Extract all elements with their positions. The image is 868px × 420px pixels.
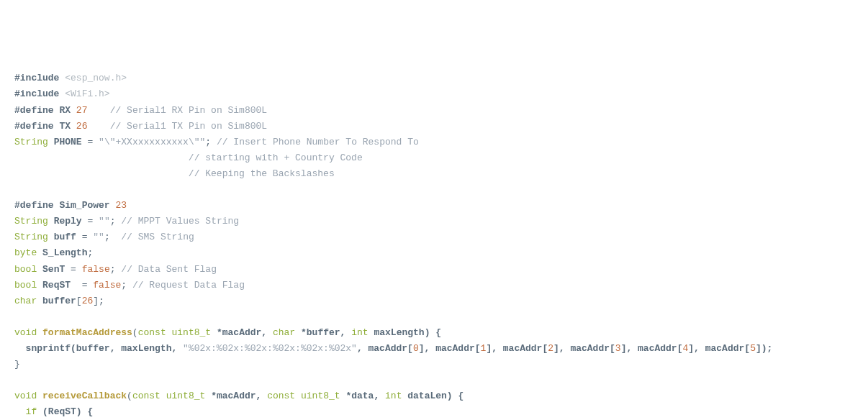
punct: ; (121, 280, 127, 291)
code-line: void formatMacAddress(const uint8_t *mac… (14, 327, 441, 338)
code-line: String buff = ""; // SMS String (14, 232, 194, 242)
boolean: false (82, 264, 110, 275)
code-line: #include <esp_now.h> (14, 73, 127, 83)
number: 5 (750, 343, 756, 354)
identifier: ReqST (42, 280, 71, 291)
code-line: bool ReqST = false; // Request Data Flag (14, 280, 245, 291)
macro-name: RX (59, 105, 71, 116)
identifier: Reply (54, 216, 82, 227)
type: bool (14, 264, 37, 275)
text: , macAddr[ (357, 343, 413, 354)
code-line: String Reply = ""; // MPPT Values String (14, 216, 239, 227)
punct: [ (76, 296, 82, 306)
code-line: char buffer[26]; (14, 296, 104, 306)
code-line: String PHONE = "\"+XXxxxxxxxxxx\""; // I… (14, 137, 419, 147)
code-line: if (ReqST) { (14, 406, 93, 417)
type: uint8_t (166, 391, 206, 401)
code-line: bool SenT = false; // Data Sent Flag (14, 264, 217, 275)
type: uint8_t (301, 391, 340, 401)
keyword: if (26, 406, 37, 417)
op: = (87, 216, 93, 227)
code-line: // starting with + Country Code (14, 152, 363, 163)
code-line: #define RX 27 // Serial1 RX Pin on Sim80… (14, 105, 267, 116)
keyword: const (132, 391, 161, 401)
identifier: PHONE (54, 137, 82, 147)
keyword: const (267, 391, 295, 401)
param: maxLength) { (374, 327, 441, 338)
type: char (14, 296, 37, 306)
punct: ; (110, 216, 116, 227)
type: bool (14, 280, 37, 291)
brace: } (14, 359, 20, 370)
preproc: #include (14, 73, 59, 83)
type: char (273, 327, 295, 338)
blank-line (14, 184, 20, 195)
type: void (14, 327, 37, 338)
op: = (82, 280, 88, 291)
op: = (82, 232, 88, 242)
type: int (351, 327, 368, 338)
code-line: snprintf(buffer, maxLength, "%02x:%02x:%… (14, 343, 772, 354)
code-line: // Keeping the Backslashes (14, 168, 335, 179)
text: ], macAddr[ (419, 343, 481, 354)
comment: // Keeping the Backslashes (189, 168, 335, 179)
code-line: byte S_Length; (14, 247, 93, 258)
number: 2 (548, 343, 553, 354)
type: byte (14, 247, 37, 258)
identifier: SenT (42, 264, 65, 275)
comment: // Serial1 RX Pin on Sim800L (110, 105, 267, 116)
punct: ( (132, 327, 138, 338)
punct: ; (110, 264, 116, 275)
comment: // Insert Phone Number To Respond To (217, 137, 419, 147)
code-line: } (14, 359, 20, 370)
type: void (14, 391, 37, 401)
string: "\"+XXxxxxxxxxxx\"" (99, 137, 205, 147)
type: uint8_t (172, 327, 212, 338)
type: String (14, 216, 48, 227)
text: ], macAddr[ (688, 343, 750, 354)
identifier: S_Length (42, 247, 87, 258)
param: dataLen) { (407, 391, 464, 401)
number: 26 (82, 296, 94, 306)
blank-line (14, 375, 20, 385)
string: "" (99, 216, 110, 227)
include-path: <WiFi.h> (65, 88, 109, 99)
string: "" (93, 232, 104, 242)
comment: // MPPT Values String (121, 216, 239, 227)
type: String (14, 137, 48, 147)
code-line: #define Sim_Power 23 (14, 200, 127, 211)
param: *macAddr, (211, 391, 261, 401)
code-line: #include <WiFi.h> (14, 88, 110, 99)
param: *buffer, (301, 327, 345, 338)
text: ], macAddr[ (553, 343, 615, 354)
identifier: buff (54, 232, 76, 242)
text: ]); (756, 343, 772, 354)
text: ], macAddr[ (486, 343, 548, 354)
punct: ( (127, 391, 132, 401)
code-block: #include <esp_now.h> #include <WiFi.h> #… (14, 70, 854, 420)
call: snprintf(buffer, maxLength, (26, 343, 178, 354)
include-path: <esp_now.h> (65, 73, 127, 83)
keyword: const (138, 327, 166, 338)
punct: ; (205, 137, 211, 147)
text: (ReqST) { (42, 406, 93, 417)
comment: // Serial1 TX Pin on Sim800L (110, 121, 267, 132)
comment: // starting with + Country Code (189, 152, 363, 163)
number: 0 (413, 343, 419, 354)
code-line: void receiveCallback(const uint8_t *macA… (14, 391, 464, 401)
string: "%02x:%02x:%02x:%02x:%02x:%02x" (183, 343, 357, 354)
type: String (14, 232, 48, 242)
preproc: #define (14, 200, 54, 211)
number: 3 (615, 343, 621, 354)
preproc: #include (14, 88, 59, 99)
blank-line (14, 311, 20, 322)
number: 27 (76, 105, 88, 116)
comment: // SMS String (121, 232, 194, 242)
function-name: receiveCallback (42, 391, 127, 401)
function-name: formatMacAddress (42, 327, 132, 338)
text: ], macAddr[ (621, 343, 683, 354)
preproc: #define (14, 121, 54, 132)
punct: ; (87, 247, 93, 258)
comment: // Data Sent Flag (121, 264, 217, 275)
punct: ; (104, 232, 110, 242)
